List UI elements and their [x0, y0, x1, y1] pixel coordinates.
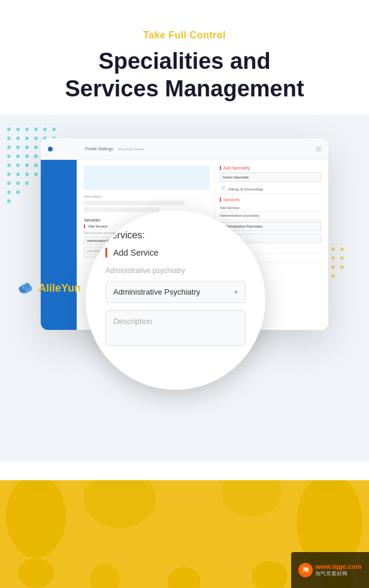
logo-cloud-icon [18, 280, 35, 296]
watermark-label: 淘气哥素材网 [315, 570, 361, 578]
svg-point-21 [34, 154, 38, 158]
svg-point-7 [16, 137, 20, 140]
tagline: Take Full Control [12, 30, 357, 41]
svg-point-48 [340, 256, 344, 260]
svg-point-43 [340, 247, 344, 251]
chevron-down-icon: ▾ [234, 288, 238, 296]
logo-overlay: AlileYun [18, 280, 81, 296]
admin-select-right: Administrative Psychiatry [220, 222, 321, 231]
svg-point-35 [25, 181, 29, 185]
svg-point-0 [7, 128, 11, 131]
select-speciality-right: Select Speciality [220, 172, 321, 182]
svg-point-31 [25, 172, 29, 176]
svg-point-9 [34, 137, 38, 140]
circle-add-service-label: Add Service [105, 248, 246, 257]
svg-point-27 [34, 163, 38, 167]
services-right-label: Services: [220, 198, 321, 202]
logo-text: AlileYun [38, 282, 81, 295]
allergy-item: 🦷 Allergy & Immunology [220, 184, 321, 194]
svg-point-25 [16, 163, 20, 167]
svg-point-47 [331, 256, 335, 260]
svg-point-29 [7, 172, 11, 176]
add-service-right: Add Service [220, 204, 321, 212]
svg-point-26 [25, 163, 29, 167]
circle-services-label: Services: [105, 230, 246, 241]
svg-point-52 [331, 265, 335, 269]
screenshot-sidebar [41, 160, 77, 330]
watermark-site: www.tqge.com [315, 563, 361, 570]
svg-point-20 [25, 154, 29, 158]
main-title: Specialities and Services Management [12, 48, 357, 102]
svg-point-14 [25, 146, 29, 149]
svg-point-37 [16, 190, 20, 194]
svg-point-38 [7, 199, 11, 203]
middle-section: Profile Settings Personal Details Inform… [0, 114, 369, 462]
circle-zoom-overlay: Services: Add Service Administrative psy… [86, 210, 265, 390]
circle-psychiatry-label: Administrative psychiatry [105, 266, 246, 275]
svg-point-13 [16, 146, 20, 149]
svg-point-18 [7, 154, 11, 158]
profile-settings-label: Profile Settings [85, 147, 113, 151]
info-line-2 [84, 207, 159, 212]
svg-point-32 [34, 172, 38, 176]
watermark-icon: 淘 [298, 563, 313, 577]
top-section: Take Full Control Specialities and Servi… [0, 0, 369, 114]
screenshot-header: Profile Settings Personal Details [41, 138, 328, 160]
svg-point-5 [52, 128, 56, 131]
svg-point-36 [7, 190, 11, 194]
svg-point-68 [25, 283, 31, 289]
svg-point-4 [43, 128, 47, 131]
svg-point-24 [7, 163, 11, 167]
info-line-1 [84, 201, 184, 205]
svg-point-53 [340, 265, 344, 269]
close-dot [316, 147, 321, 151]
add-speciality-right: Add Speciality [220, 166, 321, 170]
svg-point-15 [34, 146, 38, 149]
svg-point-1 [16, 128, 20, 131]
svg-point-6 [7, 137, 11, 140]
svg-point-33 [7, 181, 11, 185]
svg-point-42 [331, 247, 335, 251]
svg-point-3 [34, 128, 38, 131]
svg-point-19 [16, 154, 20, 158]
watermark: 淘 www.tqge.com 淘气哥素材网 [291, 552, 369, 588]
svg-point-12 [7, 146, 11, 149]
admin-psych-right: Administrative psychiatry [220, 212, 321, 220]
circle-zoom-content: Services: Add Service Administrative psy… [87, 212, 264, 388]
svg-point-2 [25, 128, 29, 131]
circle-description-field[interactable]: Description [105, 310, 246, 346]
svg-point-34 [16, 181, 20, 185]
svg-rect-74 [18, 558, 54, 588]
decorative-image [84, 166, 210, 190]
svg-point-57 [331, 274, 335, 278]
svg-point-30 [16, 172, 20, 176]
circle-dropdown[interactable]: Administrative Psychiatry ▾ [105, 281, 246, 303]
circle-dropdown-text: Administrative Psychiatry [113, 287, 200, 296]
personal-details-label: Personal Details [118, 147, 144, 151]
svg-point-8 [25, 137, 29, 140]
app-icon [48, 147, 53, 151]
bio-label: Information [84, 195, 210, 198]
